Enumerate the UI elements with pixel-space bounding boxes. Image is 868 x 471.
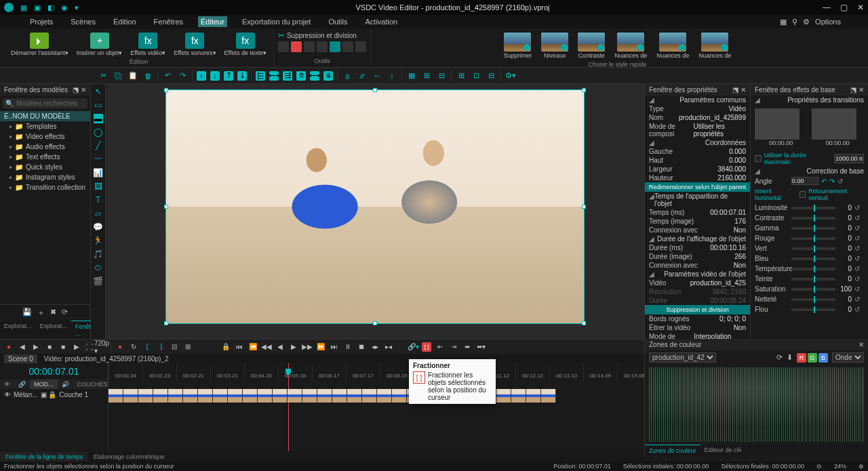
- play-icon[interactable]: ▶: [72, 342, 81, 352]
- menu-editeur[interactable]: Éditeur: [198, 16, 227, 27]
- pin-icon[interactable]: ⚲: [792, 18, 797, 26]
- curve-icon[interactable]: 〰: [94, 155, 103, 164]
- trim-right-icon[interactable]: ⇥: [449, 342, 458, 352]
- counter-icon[interactable]: ⏲: [94, 263, 103, 272]
- align-left-icon[interactable]: ⬱: [256, 71, 265, 81]
- r-chip[interactable]: R: [797, 353, 806, 363]
- tab-key-editor[interactable]: Éditeur de clé: [701, 445, 746, 456]
- tree-item[interactable]: 📁 Transition collection: [0, 182, 90, 192]
- tree-item[interactable]: 📁 Video effects: [0, 131, 90, 142]
- chart-icon[interactable]: 📊: [94, 168, 103, 178]
- rec2-icon[interactable]: ●: [115, 342, 125, 352]
- layer-top-icon[interactable]: ⤒: [224, 71, 233, 81]
- distribute-v-icon[interactable]: ⫻: [357, 70, 368, 81]
- menu-fenetres[interactable]: Fenêtres: [151, 16, 186, 27]
- step-back-icon[interactable]: ◀◀: [262, 342, 271, 352]
- grid-a-icon[interactable]: ⊞: [456, 70, 467, 81]
- zoom-out-icon[interactable]: ⊟: [436, 70, 447, 81]
- align-top-icon[interactable]: ⤊: [296, 71, 306, 81]
- play-back-icon[interactable]: ◀: [275, 342, 285, 352]
- tree-header[interactable]: É..NOM DU MODÈLE: [0, 111, 90, 121]
- maximize-button[interactable]: ▢: [840, 3, 848, 12]
- panel-close-icon[interactable]: ✕: [859, 341, 864, 348]
- stop-icon[interactable]: ■: [45, 342, 54, 352]
- tooltip-icon[interactable]: ▱: [94, 209, 103, 218]
- transition-out-thumb[interactable]: [812, 108, 856, 140]
- goto-start-icon[interactable]: ⏮: [235, 342, 244, 352]
- rect-icon[interactable]: ▬: [94, 114, 103, 123]
- reset-icon[interactable]: ↺: [854, 255, 864, 262]
- gear-icon[interactable]: ⚙: [803, 18, 810, 26]
- save-icon[interactable]: 💾: [22, 308, 32, 318]
- delete-icon[interactable]: 🗑: [142, 70, 153, 81]
- qa-icon[interactable]: ▣: [34, 3, 42, 12]
- slider-Contraste[interactable]: [791, 217, 835, 220]
- close-button[interactable]: ✕: [857, 3, 864, 12]
- menu-projets[interactable]: Projets: [27, 16, 56, 27]
- slider-Teinte[interactable]: [791, 278, 835, 281]
- resize-handle[interactable]: [582, 205, 586, 209]
- qa-icon[interactable]: ▾: [75, 3, 83, 12]
- delete-icon[interactable]: ✖: [50, 308, 56, 318]
- split-button[interactable]: [ ]: [422, 342, 431, 352]
- eye-icon[interactable]: 👁: [0, 380, 14, 389]
- rw-icon[interactable]: ◀: [18, 342, 27, 352]
- reset-icon[interactable]: ↺: [854, 275, 864, 283]
- undo-icon[interactable]: ↶: [162, 70, 173, 81]
- mark-out-icon[interactable]: ⟧: [156, 342, 165, 352]
- mark-in-icon[interactable]: ⟦: [142, 342, 152, 352]
- align-bottom-icon[interactable]: ⤋: [323, 71, 333, 81]
- layout-icon[interactable]: ▦: [780, 18, 787, 26]
- menu-edition[interactable]: Édition: [111, 16, 139, 27]
- sound-effects-button[interactable]: fxEffets sonores▾: [171, 31, 218, 58]
- resize-handle[interactable]: [373, 321, 377, 325]
- mark-icon[interactable]: ▸◂: [384, 342, 393, 352]
- align-middle-icon[interactable]: ⟷: [310, 71, 319, 81]
- cz-icon[interactable]: ⟳: [776, 353, 783, 362]
- style-supprimer[interactable]: Supprimer: [501, 31, 535, 60]
- reset-icon[interactable]: ↺: [854, 285, 864, 293]
- slider-Gamma[interactable]: [791, 227, 835, 230]
- tree-item[interactable]: 📁 Audio effects: [0, 142, 90, 152]
- style-nuances2[interactable]: Nuances de: [654, 31, 692, 60]
- tree-item[interactable]: 📁 Text effects: [0, 152, 90, 162]
- flip-v-checkbox[interactable]: [800, 191, 806, 198]
- rotate-right-icon[interactable]: ↷: [829, 178, 835, 185]
- b-chip[interactable]: B: [818, 353, 828, 363]
- mark-icon[interactable]: ◂▸: [370, 342, 380, 352]
- resize-parent-button[interactable]: Redimensionner selon l'objet parent: [645, 182, 750, 192]
- style-nuances3[interactable]: Nuances de: [696, 31, 734, 60]
- lock-icon[interactable]: 🔒: [221, 342, 231, 352]
- resize-handle[interactable]: [582, 88, 586, 92]
- loop-icon[interactable]: ↻: [129, 342, 138, 352]
- text-effects-button[interactable]: fxEffets de texte▾: [222, 31, 269, 58]
- resize-handle[interactable]: [164, 321, 168, 325]
- trim-left-icon[interactable]: ⇤: [435, 342, 445, 352]
- supp-div-button[interactable]: Suppression et division: [645, 305, 750, 314]
- tab-explorat2[interactable]: Explorat...: [36, 321, 72, 339]
- angle-input[interactable]: [791, 177, 818, 185]
- stop-icon[interactable]: ⏹: [357, 342, 366, 352]
- menu-export[interactable]: Exportation du projet: [239, 16, 314, 27]
- record-icon[interactable]: ●: [4, 342, 14, 352]
- audio-icon[interactable]: 🎵: [94, 249, 103, 259]
- paste-icon[interactable]: 📋: [127, 70, 138, 81]
- style-contraste[interactable]: Contraste: [575, 31, 608, 60]
- tab-color-grading[interactable]: Étalonnage colorimétrique: [88, 452, 170, 462]
- panel-close-icon[interactable]: ⬔ ✕: [850, 86, 864, 94]
- fw-icon[interactable]: ▶: [31, 342, 41, 352]
- tab-audio[interactable]: 🔊: [58, 380, 73, 389]
- tool-icon[interactable]: [330, 41, 340, 52]
- reset-icon[interactable]: ↺: [854, 234, 864, 242]
- transition-in-thumb[interactable]: [755, 108, 800, 140]
- link-icon[interactable]: 🔗▾: [408, 342, 418, 352]
- zoom-out-icon[interactable]: ⊖: [816, 463, 822, 470]
- tab-timeline[interactable]: Fenêtre de la ligne de temps: [0, 452, 88, 462]
- grid-b-icon[interactable]: ⊡: [471, 70, 481, 81]
- reset-icon[interactable]: ↺: [854, 204, 864, 211]
- reset-icon[interactable]: ↺: [854, 245, 864, 252]
- reset-icon[interactable]: ↺: [854, 306, 864, 313]
- tree-item[interactable]: 📁 Templates: [0, 121, 90, 131]
- playhead[interactable]: [288, 363, 289, 451]
- trim-icon[interactable]: ⬌: [462, 342, 472, 352]
